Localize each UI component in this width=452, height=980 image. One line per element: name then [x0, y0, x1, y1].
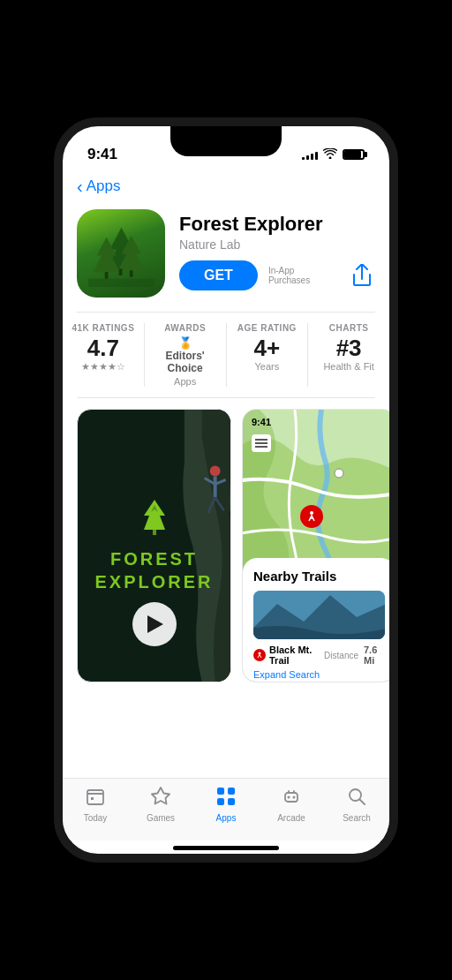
- svg-point-30: [293, 796, 296, 799]
- screenshots-scroll[interactable]: FOREST EXPLORER: [63, 409, 389, 682]
- nearby-trails-title: Nearby Trails: [253, 569, 385, 584]
- trail-hiker-icon: [253, 649, 266, 661]
- notch: [170, 126, 282, 156]
- svg-rect-27: [228, 798, 235, 805]
- svg-marker-14: [144, 500, 165, 530]
- status-bar: 9:41: [63, 126, 389, 170]
- app-actions: GET In-App Purchases: [179, 260, 375, 290]
- play-button[interactable]: [132, 602, 177, 646]
- search-icon: [346, 786, 367, 810]
- tree-logo: [139, 498, 170, 540]
- tab-today-label: Today: [84, 813, 108, 823]
- tab-search-label: Search: [343, 813, 371, 823]
- nearby-trails-card: Nearby Trails: [243, 558, 389, 682]
- ratings-stars: ★★★★☆: [81, 361, 125, 373]
- home-indicator: [173, 846, 279, 850]
- arcade-icon: [281, 786, 302, 810]
- svg-point-18: [335, 469, 343, 478]
- tab-apps[interactable]: Apps: [193, 786, 259, 823]
- battery-icon: [343, 149, 365, 160]
- svg-rect-15: [153, 530, 156, 535]
- signal-icon: [302, 149, 318, 160]
- status-time: 9:41: [87, 146, 117, 163]
- app-info: Forest Explorer Nature Lab GET In-App Pu…: [179, 209, 375, 290]
- svg-rect-3: [104, 272, 108, 279]
- charts-rank: #3: [336, 336, 362, 359]
- svg-rect-24: [217, 788, 224, 795]
- phone-frame: 9:41: [54, 117, 398, 863]
- forest-title: FOREST EXPLORER: [94, 547, 213, 593]
- trail-name: Black Mt. Trail: [269, 645, 320, 666]
- app-name: Forest Explorer: [179, 213, 375, 236]
- status-icons: [302, 147, 365, 162]
- trail-thumbnail: [253, 591, 385, 639]
- age-sublabel: Years: [255, 361, 280, 372]
- back-label: Apps: [87, 177, 121, 195]
- share-button[interactable]: [349, 262, 375, 289]
- app-icon-trees: [88, 221, 154, 287]
- get-button[interactable]: GET: [179, 260, 258, 290]
- tab-today[interactable]: Today: [63, 786, 128, 823]
- screenshot2-time: 9:41: [252, 417, 271, 427]
- back-nav[interactable]: ‹ Apps: [63, 170, 389, 202]
- stat-awards: AWARDS 🏅 Editors' Choice Apps: [145, 323, 227, 387]
- svg-rect-5: [118, 268, 122, 275]
- trail-distance: Distance: [324, 651, 358, 660]
- tab-search[interactable]: Search: [324, 786, 389, 823]
- map-menu-icon: [252, 434, 271, 452]
- stat-ratings: 41K RATINGS 4.7 ★★★★☆: [63, 323, 145, 387]
- app-developer: Nature Lab: [179, 237, 375, 252]
- svg-point-29: [288, 796, 290, 799]
- wifi-icon: [323, 147, 337, 162]
- svg-rect-6: [88, 278, 154, 286]
- awards-sublabel: Apps: [174, 376, 196, 387]
- tab-games[interactable]: Games: [128, 786, 193, 823]
- app-icon: [77, 209, 165, 298]
- iap-label: In-App Purchases: [268, 266, 310, 285]
- screenshots-section: FOREST EXPLORER: [63, 398, 389, 693]
- trail-info: Black Mt. Trail Distance 7.6 Mi: [253, 645, 385, 666]
- awards-label: AWARDS: [164, 323, 206, 333]
- stats-row: 41K RATINGS 4.7 ★★★★☆ AWARDS 🏅 Editors' …: [63, 313, 389, 397]
- svg-rect-28: [285, 793, 298, 802]
- tab-bar: Today Games Apps: [63, 778, 389, 841]
- stat-charts: CHARTS #3 Health & Fit: [308, 323, 389, 387]
- main-content[interactable]: ‹ Apps: [63, 170, 389, 778]
- ratings-value: 4.7: [87, 336, 119, 359]
- charts-label: CHARTS: [329, 323, 369, 333]
- svg-rect-22: [87, 790, 103, 804]
- games-icon: [150, 786, 171, 810]
- play-triangle-icon: [147, 615, 163, 633]
- svg-rect-26: [217, 798, 224, 805]
- tab-arcade-label: Arcade: [277, 813, 305, 823]
- apps-icon: [215, 786, 237, 810]
- tab-apps-label: Apps: [216, 813, 237, 823]
- ratings-label: 41K RATINGS: [72, 323, 134, 333]
- stat-age: AGE RATING 4+ Years: [227, 323, 309, 387]
- age-value: 4+: [254, 336, 281, 359]
- editors-choice: 🏅 Editors' Choice: [166, 336, 205, 374]
- screenshot-2: 9:41: [242, 409, 389, 682]
- screenshot-1: FOREST EXPLORER: [77, 409, 231, 682]
- charts-category: Health & Fit: [323, 361, 373, 372]
- today-icon: [85, 786, 106, 810]
- tab-arcade[interactable]: Arcade: [259, 786, 324, 823]
- age-label: AGE RATING: [237, 323, 297, 333]
- app-header: Forest Explorer Nature Lab GET In-App Pu…: [63, 202, 389, 312]
- svg-point-8: [210, 466, 221, 477]
- back-button[interactable]: ‹ Apps: [77, 177, 120, 195]
- expand-search[interactable]: Expand Search: [253, 669, 385, 680]
- tab-games-label: Games: [147, 813, 175, 823]
- trail-distance-value: 7.6 Mi: [364, 645, 385, 666]
- svg-rect-23: [91, 797, 94, 800]
- svg-rect-25: [228, 788, 235, 795]
- svg-rect-4: [129, 270, 132, 277]
- hiker-pin: [300, 505, 323, 528]
- back-arrow-icon: ‹: [77, 177, 83, 195]
